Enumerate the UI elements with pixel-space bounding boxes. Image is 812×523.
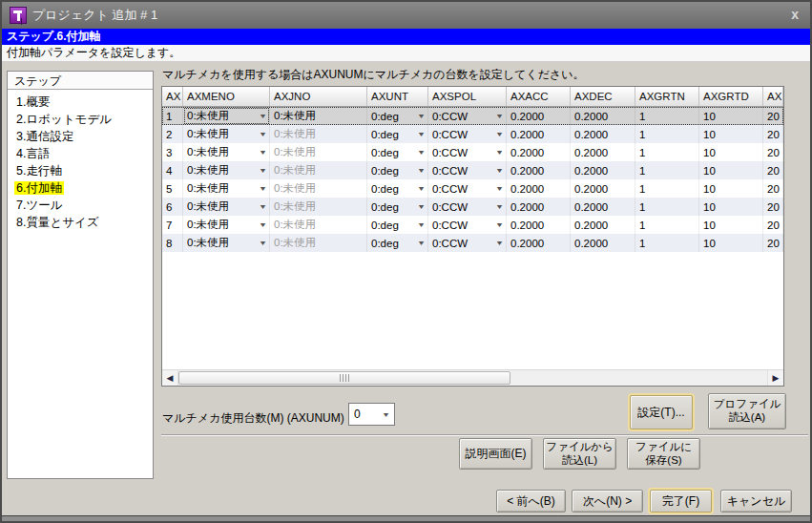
chevron-down-icon[interactable]: ▼	[495, 240, 504, 246]
profile-load-button[interactable]: プロファイル 読込(A)	[708, 393, 786, 429]
chevron-down-icon[interactable]: ▼	[495, 185, 504, 192]
chevron-down-icon[interactable]: ▼	[495, 203, 504, 210]
cell-axunt[interactable]: 0:deg▼	[367, 107, 428, 125]
settings-button[interactable]: 設定(T)...	[630, 395, 693, 429]
cell-value: 0:CCW	[432, 220, 468, 231]
table-row[interactable]: 30:未使用▼0:未使用0:deg▼0:CCW▼0.20000.20001102…	[162, 143, 783, 161]
chevron-down-icon[interactable]: ▼	[417, 149, 426, 156]
chevron-down-icon[interactable]: ▼	[495, 221, 504, 228]
table-row[interactable]: 20:未使用▼0:未使用0:deg▼0:CCW▼0.20000.20001102…	[162, 125, 783, 143]
file-save-button[interactable]: ファイルに 保存(S)	[627, 438, 700, 470]
cell-axspol[interactable]: 0:CCW▼	[428, 161, 507, 179]
cancel-button[interactable]: キャンセル	[720, 490, 792, 513]
cell-value: 8	[166, 238, 172, 249]
cell-value: 20	[767, 147, 780, 158]
sidebar-item-step-2[interactable]: 2.ロボットモデル	[8, 111, 153, 128]
sidebar-item-step-7[interactable]: 7.ツール	[8, 197, 153, 214]
cell-axunt[interactable]: 0:deg▼	[367, 143, 428, 161]
cell-axspol[interactable]: 0:CCW▼	[428, 216, 507, 234]
file-load-button[interactable]: ファイルから 読込(L)	[543, 438, 616, 470]
resize-grip[interactable]	[802, 515, 804, 517]
cell-axmeno[interactable]: 0:未使用▼	[183, 198, 270, 216]
cell-axmeno[interactable]: 0:未使用▼	[183, 107, 270, 125]
column-header-axdec[interactable]: AXDEC	[571, 87, 635, 106]
cell-value: 3	[166, 147, 172, 158]
chevron-down-icon[interactable]: ▼	[417, 185, 426, 192]
table-row[interactable]: 50:未使用▼0:未使用0:deg▼0:CCW▼0.20000.20001102…	[162, 179, 783, 198]
chevron-down-icon[interactable]: ▼	[259, 240, 267, 246]
chevron-down-icon[interactable]: ▼	[259, 113, 267, 119]
cell-value: 20	[767, 201, 780, 213]
chevron-down-icon[interactable]: ▼	[417, 221, 426, 228]
chevron-down-icon[interactable]: ▼	[417, 240, 426, 246]
axunum-combobox[interactable]: 0 ▼	[348, 403, 395, 426]
cell-axunt[interactable]: 0:deg▼	[367, 198, 428, 216]
cell-axspol[interactable]: 0:CCW▼	[428, 143, 507, 161]
cell-axunt[interactable]: 0:deg▼	[367, 125, 428, 143]
chevron-down-icon[interactable]: ▼	[495, 113, 504, 119]
chevron-down-icon[interactable]: ▼	[259, 185, 267, 192]
help-screen-button[interactable]: 説明画面(E)	[459, 438, 532, 470]
cell-axmeno[interactable]: 0:未使用▼	[183, 161, 270, 179]
cell-axunt[interactable]: 0:deg▼	[367, 216, 428, 234]
title-bar[interactable]: プロジェクト 追加 # 1 x	[2, 2, 810, 29]
column-header-ax[interactable]: AX	[763, 87, 783, 106]
table-row[interactable]: 40:未使用▼0:未使用0:deg▼0:CCW▼0.20000.20001102…	[162, 161, 783, 179]
column-header-axunt[interactable]: AXUNT	[367, 87, 428, 106]
horizontal-scrollbar[interactable]: ◀ ▶	[162, 369, 783, 386]
cell-axmeno[interactable]: 0:未使用▼	[183, 179, 270, 198]
cell-axunt[interactable]: 0:deg▼	[367, 161, 428, 179]
axis-parameter-table[interactable]: AXAXMENOAXJNOAXUNTAXSPOLAXACCAXDECAXGRTN…	[161, 86, 784, 387]
table-row[interactable]: 10:未使用▼0:未使用0:deg▼0:CCW▼0.20000.20001102…	[162, 107, 783, 125]
sidebar-item-step-6[interactable]: 6.付加軸	[8, 179, 153, 197]
sidebar-item-step-3[interactable]: 3.通信設定	[8, 128, 153, 145]
cell-axspol[interactable]: 0:CCW▼	[428, 234, 507, 252]
chevron-down-icon[interactable]: ▼	[495, 149, 504, 156]
chevron-down-icon[interactable]: ▼	[259, 221, 267, 228]
chevron-down-icon[interactable]: ▼	[259, 203, 267, 210]
cell-axspol[interactable]: 0:CCW▼	[428, 198, 507, 216]
cell-axunt[interactable]: 0:deg▼	[367, 179, 428, 198]
next-button[interactable]: 次へ(N) >	[572, 490, 643, 513]
close-icon[interactable]: x	[791, 7, 799, 22]
sidebar-item-step-1[interactable]: 1.概要	[8, 94, 153, 111]
chevron-down-icon[interactable]: ▼	[417, 203, 426, 210]
cell-axgrtd: 10	[699, 143, 763, 161]
column-header-ax[interactable]: AX	[162, 87, 183, 106]
table-row[interactable]: 60:未使用▼0:未使用0:deg▼0:CCW▼0.20000.20001102…	[162, 198, 783, 216]
scrollbar-thumb[interactable]	[178, 371, 510, 385]
column-header-axgrtd[interactable]: AXGRTD	[699, 87, 763, 106]
finish-button[interactable]: 完了(F)	[650, 490, 712, 513]
chevron-down-icon[interactable]: ▼	[417, 113, 426, 119]
cell-axmeno[interactable]: 0:未使用▼	[183, 216, 270, 234]
chevron-down-icon[interactable]: ▼	[495, 167, 504, 174]
cell-axspol[interactable]: 0:CCW▼	[428, 179, 507, 198]
scroll-left-icon[interactable]: ◀	[162, 370, 178, 386]
chevron-down-icon[interactable]: ▼	[259, 167, 267, 174]
chevron-down-icon[interactable]: ▼	[417, 131, 426, 137]
chevron-down-icon[interactable]: ▼	[259, 149, 267, 156]
sidebar-item-step-4[interactable]: 4.言語	[8, 145, 153, 162]
chevron-down-icon[interactable]: ▼	[259, 131, 267, 137]
back-button[interactable]: < 前へ(B)	[496, 490, 566, 513]
column-header-axacc[interactable]: AXACC	[507, 87, 571, 106]
sidebar-item-step-5[interactable]: 5.走行軸	[8, 162, 153, 179]
chevron-down-icon[interactable]: ▼	[495, 131, 504, 137]
sidebar-item-step-8[interactable]: 8.質量とサイズ	[8, 214, 153, 231]
cell-axspol[interactable]: 0:CCW▼	[428, 125, 507, 143]
cell-value: 0:deg	[371, 165, 399, 177]
chevron-down-icon[interactable]: ▼	[417, 167, 426, 174]
cell-axmeno[interactable]: 0:未使用▼	[183, 125, 270, 143]
cell-axmeno[interactable]: 0:未使用▼	[183, 143, 270, 161]
column-header-axjno[interactable]: AXJNO	[270, 87, 367, 106]
cell-value: 0.2000	[574, 238, 608, 249]
cell-axunt[interactable]: 0:deg▼	[367, 234, 428, 252]
column-header-axgrtn[interactable]: AXGRTN	[635, 87, 699, 106]
column-header-axspol[interactable]: AXSPOL	[428, 87, 507, 106]
cell-axspol[interactable]: 0:CCW▼	[428, 107, 507, 125]
scroll-right-icon[interactable]: ▶	[767, 370, 783, 386]
column-header-axmeno[interactable]: AXMENO	[183, 87, 270, 106]
table-row[interactable]: 70:未使用▼0:未使用0:deg▼0:CCW▼0.20000.20001102…	[162, 216, 783, 234]
table-row[interactable]: 80:未使用▼0:未使用0:deg▼0:CCW▼0.20000.20001102…	[162, 234, 783, 252]
cell-axmeno[interactable]: 0:未使用▼	[183, 234, 270, 252]
